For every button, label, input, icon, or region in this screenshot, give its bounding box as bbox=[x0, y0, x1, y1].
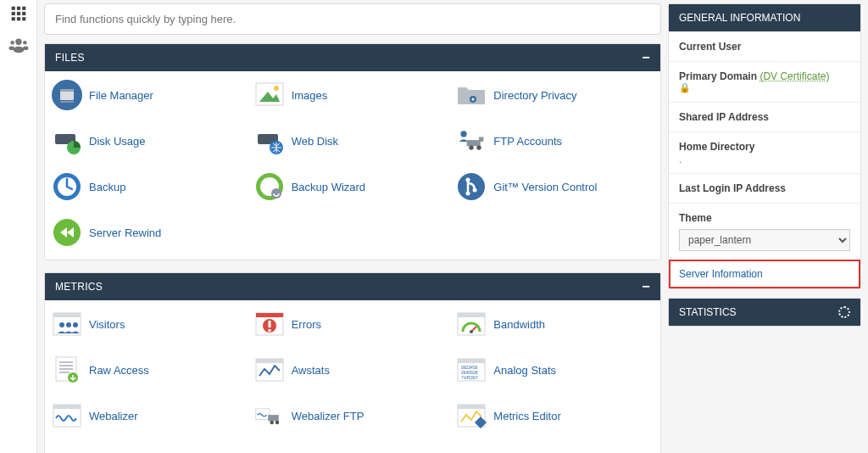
tool-file-manager[interactable]: File Manager bbox=[52, 80, 249, 110]
resource-usage-icon bbox=[52, 446, 82, 453]
svg-rect-4 bbox=[16, 12, 19, 15]
current-user-row: Current User bbox=[669, 31, 860, 61]
dv-certificate-link[interactable]: (DV Certificate) bbox=[760, 70, 829, 82]
svg-rect-18 bbox=[60, 101, 74, 103]
tool-backup-wizard[interactable]: Backup Wizard bbox=[254, 171, 452, 202]
tool-disk-usage[interactable]: Disk Usage bbox=[52, 126, 249, 156]
tool-webalizer[interactable]: Webalizer bbox=[52, 400, 249, 431]
last-login-label: Last Login IP Address bbox=[679, 182, 850, 194]
files-panel-title: FILES bbox=[55, 52, 85, 64]
files-panel-header[interactable]: FILES − bbox=[45, 44, 660, 71]
svg-point-28 bbox=[461, 131, 467, 137]
tool-metrics-editor[interactable]: Metrics Editor bbox=[456, 400, 654, 431]
tool-ftp-accounts[interactable]: FTP Accounts bbox=[456, 126, 654, 156]
statistics-header[interactable]: STATISTICS bbox=[669, 299, 860, 326]
metrics-editor-icon bbox=[456, 400, 487, 431]
loading-spinner-icon bbox=[838, 306, 850, 318]
general-information-header: GENERAL INFORMATION bbox=[669, 4, 860, 31]
tool-label: Server Rewind bbox=[89, 226, 161, 239]
svg-rect-6 bbox=[11, 17, 14, 20]
svg-rect-56 bbox=[458, 313, 485, 317]
tool-webalizer-ftp[interactable]: Webalizer FTP bbox=[254, 400, 452, 431]
svg-rect-5 bbox=[22, 12, 25, 15]
svg-point-48 bbox=[66, 322, 71, 327]
metrics-panel: METRICS − Visitors Errors bbox=[44, 272, 661, 453]
file-manager-icon bbox=[52, 80, 82, 110]
statistics-panel: STATISTICS bbox=[668, 298, 861, 327]
backup-icon bbox=[52, 171, 82, 202]
tool-backup[interactable]: Backup bbox=[52, 171, 249, 202]
svg-rect-17 bbox=[60, 89, 74, 92]
general-information-panel: GENERAL INFORMATION Current User Primary… bbox=[668, 3, 861, 289]
tool-bandwidth[interactable]: Bandwidth bbox=[456, 309, 654, 339]
directory-privacy-icon bbox=[456, 80, 487, 110]
home-directory-value: . bbox=[679, 154, 850, 165]
server-information-link[interactable]: Server Information bbox=[679, 268, 763, 280]
primary-domain-row: Primary Domain (DV Certificate) 🔒 bbox=[669, 61, 860, 102]
shared-ip-row: Shared IP Address bbox=[669, 102, 860, 131]
server-rewind-icon bbox=[52, 217, 82, 248]
svg-rect-65 bbox=[256, 359, 283, 363]
tool-label: Visitors bbox=[89, 318, 125, 331]
svg-point-14 bbox=[23, 46, 28, 50]
analog-stats-icon: 092345626409287145367 bbox=[456, 355, 487, 385]
theme-select[interactable]: paper_lantern bbox=[679, 229, 850, 251]
svg-rect-29 bbox=[467, 140, 481, 146]
svg-point-49 bbox=[73, 322, 78, 327]
svg-point-39 bbox=[466, 178, 470, 182]
metrics-panel-title: METRICS bbox=[55, 281, 103, 293]
tool-raw-access[interactable]: Raw Access bbox=[52, 355, 249, 385]
tool-label: Webalizer bbox=[89, 410, 138, 422]
svg-point-38 bbox=[458, 173, 485, 200]
right-sidebar: GENERAL INFORMATION Current User Primary… bbox=[668, 0, 868, 453]
tool-images[interactable]: Images bbox=[254, 80, 452, 110]
tool-analog-stats[interactable]: 092345626409287145367 Analog Stats bbox=[456, 355, 654, 385]
svg-point-10 bbox=[13, 47, 24, 53]
tool-git[interactable]: Git™ Version Control bbox=[456, 171, 654, 202]
collapse-icon[interactable]: − bbox=[642, 282, 650, 291]
tool-awstats[interactable]: Awstats bbox=[254, 355, 452, 385]
tool-label: FTP Accounts bbox=[493, 135, 562, 148]
tool-errors[interactable]: Errors bbox=[254, 309, 452, 339]
metrics-panel-header[interactable]: METRICS − bbox=[45, 273, 660, 300]
primary-domain-label: Primary Domain bbox=[679, 70, 757, 82]
svg-rect-2 bbox=[22, 7, 25, 10]
tool-resource-usage[interactable]: Resource Usage bbox=[52, 446, 249, 453]
svg-rect-53 bbox=[268, 321, 270, 327]
svg-point-12 bbox=[8, 46, 14, 50]
svg-rect-74 bbox=[268, 415, 279, 421]
tool-directory-privacy[interactable]: Directory Privacy bbox=[456, 80, 654, 110]
svg-rect-32 bbox=[479, 137, 483, 142]
tool-label: Backup bbox=[89, 181, 125, 193]
webalizer-ftp-icon bbox=[254, 400, 285, 431]
svg-rect-1 bbox=[16, 7, 19, 10]
svg-point-30 bbox=[470, 145, 474, 149]
home-directory-row: Home Directory . bbox=[669, 131, 860, 173]
svg-point-9 bbox=[15, 39, 21, 45]
shared-ip-label: Shared IP Address bbox=[679, 111, 850, 123]
svg-point-57 bbox=[470, 330, 473, 333]
tool-label: Backup Wizard bbox=[292, 181, 365, 193]
tool-label: Metrics Editor bbox=[493, 410, 560, 422]
server-information-link-row: Server Information bbox=[669, 260, 860, 288]
tool-label: Disk Usage bbox=[89, 135, 145, 148]
apps-grid-icon[interactable] bbox=[10, 5, 27, 25]
users-icon[interactable] bbox=[8, 36, 29, 56]
svg-rect-3 bbox=[11, 12, 14, 15]
svg-rect-51 bbox=[256, 313, 283, 317]
errors-icon bbox=[254, 309, 285, 339]
tool-visitors[interactable]: Visitors bbox=[52, 309, 249, 339]
svg-point-23 bbox=[472, 98, 475, 101]
svg-rect-0 bbox=[11, 7, 14, 10]
tool-label: Awstats bbox=[292, 364, 330, 377]
tool-web-disk[interactable]: Web Disk bbox=[254, 126, 452, 156]
svg-point-31 bbox=[477, 145, 481, 149]
svg-point-47 bbox=[59, 322, 64, 327]
search-input[interactable] bbox=[44, 3, 661, 35]
collapse-icon[interactable]: − bbox=[642, 53, 650, 62]
theme-row: Theme paper_lantern bbox=[669, 203, 860, 260]
main-content: FILES − File Manager Images bbox=[37, 0, 668, 453]
tool-server-rewind[interactable]: Server Rewind bbox=[52, 217, 249, 248]
tool-label: Analog Stats bbox=[493, 364, 556, 377]
svg-point-76 bbox=[275, 421, 279, 425]
